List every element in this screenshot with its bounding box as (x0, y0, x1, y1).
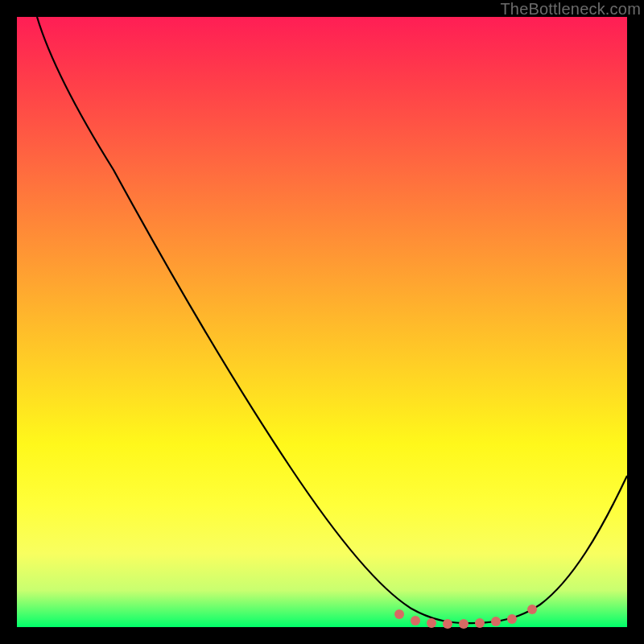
optimal-dot (394, 609, 404, 619)
bottleneck-curve-svg (17, 17, 627, 627)
watermark-text: TheBottleneck.com (500, 0, 641, 19)
bottleneck-curve (37, 17, 627, 623)
optimal-dot (475, 618, 485, 628)
optimal-dot (527, 605, 537, 614)
chart-area (17, 17, 627, 627)
optimal-dot (443, 619, 452, 629)
optimal-dot (411, 616, 420, 625)
optimal-dot (459, 619, 469, 629)
optimal-dot (507, 614, 517, 624)
optimal-dot (427, 618, 436, 628)
optimal-dot (491, 617, 501, 626)
